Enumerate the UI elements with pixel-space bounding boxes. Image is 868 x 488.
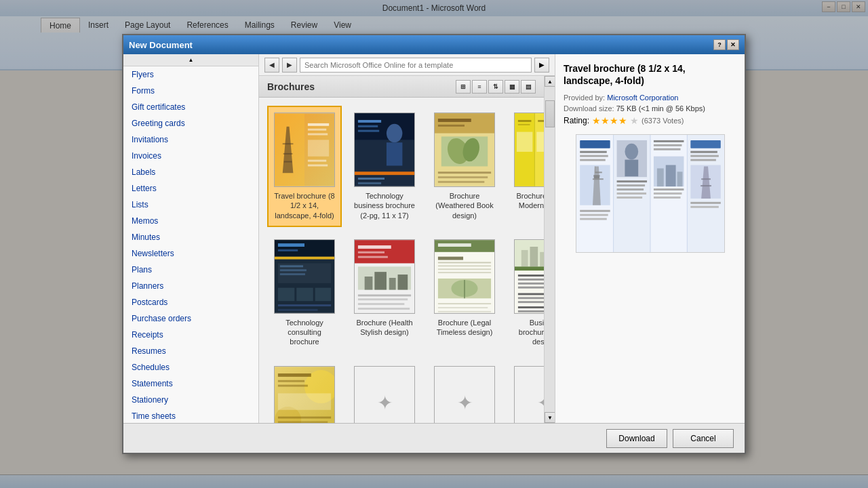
filter-btn2[interactable]: ▤ [521, 80, 536, 94]
stars-empty: ★ [630, 115, 639, 126]
sidebar-item-receipts[interactable]: Receipts [123, 327, 258, 343]
sidebar-item-forms[interactable]: Forms [123, 83, 258, 99]
template-thumb-legal-timeless [434, 239, 495, 314]
templates-scrollbar[interactable]: ▲ ▼ [544, 76, 555, 423]
template-item-legal-timeless[interactable]: Brochure (Legal Timeless design) [427, 232, 502, 354]
svg-rect-149 [653, 188, 683, 190]
svg-rect-62 [358, 251, 384, 253]
scroll-up-arrow[interactable]: ▲ [545, 76, 555, 87]
preview-provided-by: Provided by: Microsoft Corporation [564, 94, 736, 102]
sidebar-item-memos[interactable]: Memos [123, 213, 258, 229]
sidebar-item-postcards[interactable]: Postcards [123, 294, 258, 310]
svg-rect-121 [580, 140, 610, 148]
sidebar-item-gift-certificates[interactable]: Gift certificates [123, 99, 258, 115]
template-item-business-marketing[interactable]: ✦Business marketing (... [507, 359, 544, 423]
svg-rect-147 [665, 165, 675, 187]
dialog-body: ▲ FlyersFormsGift certificatesGreeting c… [123, 54, 745, 423]
sidebar-item-schedules[interactable]: Schedules [123, 359, 258, 375]
svg-rect-68 [398, 274, 408, 289]
svg-rect-18 [358, 130, 379, 132]
sidebar-item-plans[interactable]: Plans [123, 262, 258, 278]
svg-rect-9 [308, 140, 329, 156]
dialog-title: New Document [129, 40, 713, 50]
svg-rect-100 [518, 297, 544, 299]
sidebar-item-lists[interactable]: Lists [123, 197, 258, 213]
sidebar-item-letters[interactable]: Letters [123, 180, 258, 197]
filter-btn1[interactable]: ▦ [505, 80, 519, 94]
svg-rect-139 [616, 188, 644, 190]
templates-grid: Travel brochure (8 1/2 x 14, landscape, … [259, 98, 544, 423]
sidebar-item-flyers[interactable]: Flyers [123, 66, 258, 83]
sort-btn[interactable]: ⇅ [488, 80, 503, 94]
dialog-titlebar: New Document ? ✕ [123, 35, 745, 54]
dialog-help-button[interactable]: ? [713, 39, 726, 50]
template-item-business-level[interactable]: Business brochure (Level design) [507, 232, 544, 354]
sidebar-item-labels[interactable]: Labels [123, 164, 258, 180]
sidebar-item-newsletters[interactable]: Newsletters [123, 245, 258, 262]
svg-rect-25 [438, 125, 465, 127]
svg-rect-38 [518, 120, 532, 122]
template-item-tech-business[interactable]: Technology business brochure (2-pg, 11 x… [347, 106, 422, 227]
sidebar-scroll-up[interactable]: ▲ [123, 54, 258, 66]
svg-rect-133 [580, 218, 607, 220]
template-item-tech-consulting[interactable]: Technology consulting brochure [267, 232, 342, 354]
download-button[interactable]: Download [606, 429, 667, 448]
template-item-professional-services[interactable]: ✦Professional services [427, 359, 502, 423]
forward-button[interactable]: ▶ [282, 58, 297, 73]
svg-rect-131 [580, 210, 610, 212]
sidebar-item-planners[interactable]: Planners [123, 278, 258, 294]
svg-rect-5 [284, 161, 292, 163]
template-thumb-business-half [274, 366, 335, 423]
svg-rect-67 [389, 278, 396, 290]
template-item-event-marketing[interactable]: ✦Event marketing [347, 359, 422, 423]
svg-rect-140 [616, 192, 646, 195]
view-small-btn[interactable]: ⊞ [456, 80, 471, 94]
dialog-close-button[interactable]: ✕ [727, 39, 739, 50]
sidebar-item-minutes[interactable]: Minutes [123, 229, 258, 245]
template-label-weathered-book: Brochure (Weathered Book design) [434, 191, 495, 220]
svg-rect-30 [438, 176, 488, 178]
svg-rect-86 [438, 311, 491, 312]
svg-marker-127 [593, 176, 599, 179]
sidebar-item-stationery[interactable]: Stationery [123, 392, 258, 408]
template-item-business-half[interactable]: Business brochure (8 1/2 ... [267, 359, 342, 423]
dialog-footer: Download Cancel [123, 423, 745, 453]
sidebar-item-purchase-orders[interactable]: Purchase orders [123, 310, 258, 327]
toolbar-row: ◀ ▶ ▶ [259, 54, 555, 76]
svg-rect-4 [283, 153, 293, 155]
svg-rect-31 [438, 181, 484, 183]
sidebar-item-resumes[interactable]: Resumes [123, 343, 258, 359]
search-go-button[interactable]: ▶ [534, 58, 549, 73]
download-size-value: 75 KB (<1 min @ 56 Kbps) [616, 104, 705, 113]
svg-rect-24 [438, 119, 471, 122]
template-item-health-modern[interactable]: Brochure (Health Modern design) [507, 106, 544, 227]
svg-rect-15 [387, 142, 402, 165]
svg-rect-159 [701, 186, 711, 187]
sidebar-item-greeting-cards[interactable]: Greeting cards [123, 115, 258, 131]
content-area: Brochures ⊞ ≡ ⇅ ▦ ▤ [259, 76, 555, 423]
search-input[interactable] [300, 58, 532, 73]
view-list-btn[interactable]: ≡ [472, 80, 487, 94]
svg-rect-52 [280, 269, 307, 271]
sidebar-item-time-sheets[interactable]: Time sheets [123, 408, 258, 423]
svg-rect-95 [518, 274, 544, 277]
svg-rect-63 [358, 256, 388, 258]
template-item-health-stylish[interactable]: Brochure (Health Stylish design) [347, 232, 422, 354]
svg-rect-141 [616, 197, 642, 199]
cancel-button[interactable]: Cancel [673, 429, 734, 448]
preview-image-inner [576, 135, 724, 252]
template-item-weathered-book[interactable]: Brochure (Weathered Book design) [427, 106, 502, 227]
preview-panel: Travel brochure (8 1/2 x 14, landscape, … [555, 54, 745, 423]
svg-rect-57 [278, 304, 331, 306]
sidebar-item-invitations[interactable]: Invitations [123, 131, 258, 148]
template-item-travel-brochure[interactable]: Travel brochure (8 1/2 x 14, landscape, … [267, 106, 342, 227]
template-thumb-event-marketing: ✦ [354, 366, 415, 423]
back-button[interactable]: ◀ [264, 58, 279, 73]
sidebar-item-invoices[interactable]: Invoices [123, 148, 258, 164]
scroll-down-arrow[interactable]: ▼ [545, 412, 555, 423]
sidebar-item-statements[interactable]: Statements [123, 375, 258, 392]
svg-point-14 [387, 124, 402, 142]
scroll-thumb[interactable] [545, 100, 555, 127]
svg-rect-72 [358, 308, 410, 310]
template-thumb-business-marketing: ✦ [514, 366, 544, 423]
